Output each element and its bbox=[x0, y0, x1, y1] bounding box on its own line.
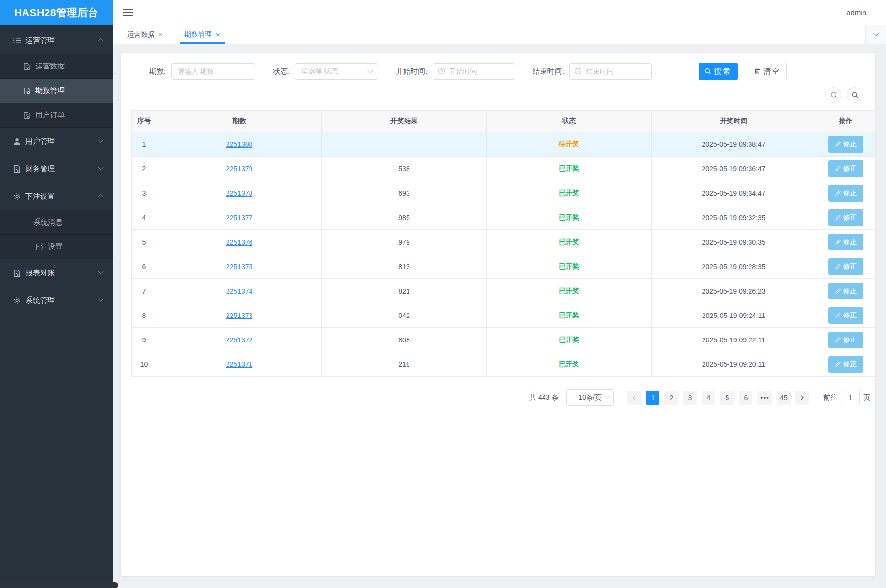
sidebar-item[interactable]: 报表对账 bbox=[0, 259, 113, 287]
cell-index: 1 bbox=[132, 132, 157, 157]
edit-button[interactable]: 修正 bbox=[828, 283, 863, 299]
edit-button-label: 修正 bbox=[843, 311, 857, 320]
menu-icon bbox=[13, 36, 21, 45]
cell-index: 4 bbox=[132, 205, 157, 230]
edit-button-label: 修正 bbox=[843, 238, 857, 247]
sidebar-item[interactable]: 系统管理 bbox=[0, 287, 113, 314]
end-time-picker[interactable] bbox=[569, 63, 652, 80]
next-page-button[interactable] bbox=[795, 391, 809, 405]
chevron-down-icon bbox=[873, 30, 879, 36]
sidebar-item[interactable]: 运营管理 bbox=[0, 26, 113, 54]
cell-result: 808 bbox=[322, 328, 487, 352]
start-time-input[interactable] bbox=[433, 63, 515, 80]
cell-time: 2025-05-19 09:26:23 bbox=[652, 279, 816, 303]
cell-result: 985 bbox=[322, 205, 487, 230]
clock-icon bbox=[438, 68, 445, 75]
page-button[interactable]: 45 bbox=[777, 391, 791, 405]
cell-result bbox=[322, 132, 487, 157]
sidebar-subitem[interactable]: 系统消息 bbox=[0, 210, 113, 235]
pencil-icon bbox=[835, 239, 841, 245]
tab-close-icon[interactable]: × bbox=[216, 31, 220, 38]
tab[interactable]: 期数管理 × bbox=[177, 25, 228, 44]
cell-time: 2025-05-19 09:20:11 bbox=[652, 352, 816, 377]
more-pages-button[interactable]: ••• bbox=[757, 391, 772, 405]
refresh-button[interactable] bbox=[825, 87, 841, 103]
edit-button[interactable]: 修正 bbox=[828, 160, 863, 177]
search-button[interactable]: 搜索 bbox=[699, 63, 738, 80]
edit-button-label: 修正 bbox=[843, 287, 857, 295]
sidebar-subitem-label: 期数管理 bbox=[35, 86, 65, 95]
tabs-dropdown-button[interactable] bbox=[865, 25, 886, 44]
sidebar-item[interactable]: 下注设置 bbox=[0, 182, 113, 210]
chevron-icon bbox=[98, 296, 103, 302]
tab-close-icon[interactable]: × bbox=[159, 31, 163, 38]
issue-link[interactable]: 2251376 bbox=[226, 238, 253, 246]
column-header: 序号 bbox=[132, 111, 157, 132]
issue-filter-input[interactable] bbox=[171, 63, 255, 80]
page-button[interactable]: 4 bbox=[702, 391, 715, 405]
edit-button[interactable]: 修正 bbox=[828, 307, 863, 324]
start-time-picker[interactable] bbox=[433, 63, 515, 80]
clear-button[interactable]: 清空 bbox=[749, 63, 787, 80]
status-badge: 已开奖 bbox=[559, 360, 579, 368]
status-badge: 已开奖 bbox=[559, 311, 579, 319]
end-time-input[interactable] bbox=[569, 63, 652, 80]
column-header: 操作 bbox=[816, 111, 876, 132]
edit-button[interactable]: 修正 bbox=[828, 258, 863, 275]
table-toolbar bbox=[121, 87, 863, 103]
edit-button[interactable]: 修正 bbox=[828, 136, 863, 153]
goto-page-input[interactable] bbox=[841, 390, 860, 405]
issue-link[interactable]: 2251378 bbox=[226, 189, 253, 197]
tab[interactable]: 运营数据 × bbox=[119, 25, 171, 44]
sidebar-subitem[interactable]: 运营数据 bbox=[0, 54, 113, 79]
issue-link[interactable]: 2251371 bbox=[226, 361, 253, 368]
goto-suffix: 页 bbox=[863, 393, 870, 402]
page-button[interactable]: 1 bbox=[646, 391, 659, 405]
issue-link[interactable]: 2251377 bbox=[226, 214, 253, 222]
issues-table: 序号期数开奖结果状态开奖时间操作 1 2251380 待开奖 2025-05-1… bbox=[131, 110, 876, 377]
page-button[interactable]: 3 bbox=[683, 391, 697, 405]
issue-link[interactable]: 2251375 bbox=[226, 263, 253, 271]
status-filter-label: 状态: bbox=[273, 67, 290, 76]
edit-button[interactable]: 修正 bbox=[828, 356, 863, 373]
vertical-scrollbar[interactable] bbox=[879, 44, 886, 588]
page-size-select[interactable]: 10条/页 bbox=[566, 389, 614, 406]
pencil-icon bbox=[835, 214, 841, 221]
table-row: 1 2251380 待开奖 2025-05-19 09:38:47 修正 bbox=[132, 132, 876, 157]
sidebar-item[interactable]: 财务管理 bbox=[0, 155, 113, 182]
table-row: 4 2251377 985 已开奖 2025-05-19 09:32:35 修正 bbox=[132, 205, 876, 230]
edit-button[interactable]: 修正 bbox=[828, 209, 863, 226]
cell-result: 821 bbox=[322, 279, 487, 303]
page-size-value: 10条/页 bbox=[579, 393, 602, 402]
page-button[interactable]: 6 bbox=[739, 391, 752, 405]
page-button[interactable]: 2 bbox=[664, 391, 678, 405]
hamburger-menu-icon[interactable] bbox=[123, 7, 133, 18]
issue-link[interactable]: 2251379 bbox=[226, 165, 253, 173]
edit-button-label: 修正 bbox=[843, 164, 857, 173]
status-badge: 已开奖 bbox=[559, 262, 579, 270]
edit-button[interactable]: 修正 bbox=[828, 332, 863, 348]
issue-link[interactable]: 2251373 bbox=[226, 312, 253, 319]
edit-button-label: 修正 bbox=[843, 262, 857, 271]
issue-link[interactable]: 2251372 bbox=[226, 336, 253, 344]
prev-page-button[interactable] bbox=[627, 391, 641, 405]
sidebar-subitem[interactable]: 期数管理 bbox=[0, 79, 113, 103]
issue-link[interactable]: 2251374 bbox=[226, 287, 253, 295]
goto-page: 前往 页 bbox=[823, 390, 870, 405]
sidebar-subitem[interactable]: 下注设置 bbox=[0, 235, 113, 259]
sidebar-subitem-label: 运营数据 bbox=[35, 62, 65, 71]
horizontal-scrollbar-thumb[interactable] bbox=[0, 582, 118, 588]
user-name[interactable]: admin bbox=[846, 8, 866, 17]
clock-icon bbox=[574, 68, 582, 75]
sidebar-subitem[interactable]: 用户订单 bbox=[0, 103, 113, 128]
column-search-button[interactable] bbox=[847, 87, 863, 103]
pencil-icon bbox=[835, 165, 841, 172]
status-filter-select[interactable]: 请选择 状态 bbox=[295, 63, 378, 80]
edit-button[interactable]: 修正 bbox=[828, 185, 863, 202]
page-button[interactable]: 5 bbox=[720, 391, 734, 405]
sidebar-item[interactable]: 用户管理 bbox=[0, 128, 113, 155]
edit-button[interactable]: 修正 bbox=[828, 234, 863, 250]
table-row: 10 2251371 218 已开奖 2025-05-19 09:20:11 修… bbox=[132, 352, 876, 377]
pagination: 共 443 条 10条/页 123456•••45 前往 页 bbox=[121, 389, 870, 406]
issue-link[interactable]: 2251380 bbox=[226, 140, 253, 148]
